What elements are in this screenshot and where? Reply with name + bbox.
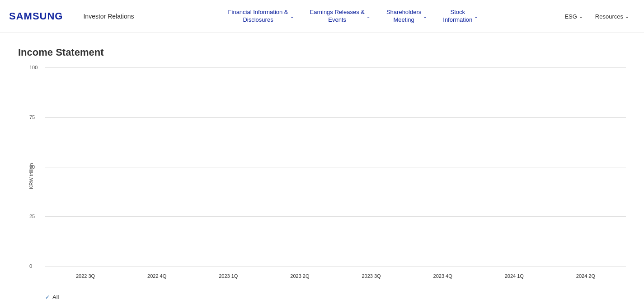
resources-chevron-icon: ⌄ (625, 14, 629, 19)
nav-links: Financial Information &Disclosures ⌄ Ear… (148, 9, 559, 24)
samsung-logo: SAMSUNG (9, 10, 63, 22)
earnings-chevron-icon: ⌄ (367, 14, 370, 19)
stock-label: StockInformation (443, 9, 472, 24)
nav-item-earnings[interactable]: Earnings Releases &Events ⌄ (302, 9, 378, 24)
grid-label-25: 25 (29, 214, 35, 219)
nav-item-esg[interactable]: ESG ⌄ (558, 13, 588, 20)
nav-item-stock[interactable]: StockInformation ⌄ (435, 9, 486, 24)
x-label-7: 2024 2Q (576, 273, 595, 279)
x-label-6: 2024 1Q (505, 273, 524, 279)
financial-chevron-icon: ⌄ (290, 14, 294, 19)
chart-container: KRW trillion 0255075100 2022 3Q2022 4Q20… (18, 67, 626, 285)
page-title: Income Statement (18, 47, 626, 58)
nav-item-shareholders[interactable]: ShareholdersMeeting ⌄ (378, 9, 435, 24)
investor-relations-label: Investor Relations (83, 13, 134, 20)
legend: ✓ All ✓ Revenue ✓ Gross profit ✓ Operati… (18, 294, 626, 300)
nav-item-financial[interactable]: Financial Information &Disclosures ⌄ (220, 9, 302, 24)
shareholders-label: ShareholdersMeeting (386, 9, 421, 24)
x-label-1: 2022 4Q (147, 273, 166, 279)
chart-inner: 0255075100 2022 3Q2022 4Q2023 1Q2023 2Q2… (45, 67, 626, 267)
main-content: Income Statement KRW trillion 0255075100… (0, 33, 644, 300)
x-label-3: 2023 2Q (290, 273, 309, 279)
stock-chevron-icon: ⌄ (474, 14, 478, 19)
x-labels-area: 2022 3Q2022 4Q2023 1Q2023 2Q2023 3Q2023 … (45, 273, 626, 279)
legend-all-row: ✓ All (45, 294, 626, 300)
resources-label: Resources (595, 13, 623, 20)
grid-label-100: 100 (29, 65, 38, 70)
shareholders-chevron-icon: ⌄ (423, 14, 427, 19)
x-label-5: 2023 4Q (433, 273, 452, 279)
grid-label-50: 50 (29, 164, 35, 170)
nav-item-resources[interactable]: Resources ⌄ (589, 13, 635, 20)
bars-area (45, 67, 626, 266)
grid-line-0 (45, 266, 626, 267)
financial-label: Financial Information &Disclosures (228, 9, 288, 24)
logo-area: SAMSUNG Investor Relations (9, 10, 134, 22)
earnings-label: Earnings Releases &Events (310, 9, 365, 24)
x-label-0: 2022 3Q (76, 273, 95, 279)
nav-divider (73, 11, 73, 21)
grid-label-0: 0 (29, 263, 32, 269)
legend-all-label: All (52, 294, 59, 300)
grid-label-75: 75 (29, 114, 35, 120)
all-check-icon: ✓ (45, 294, 50, 300)
esg-label: ESG (564, 13, 577, 20)
x-label-2: 2023 1Q (219, 273, 238, 279)
navigation: SAMSUNG Investor Relations Financial Inf… (0, 0, 644, 33)
esg-chevron-icon: ⌄ (579, 14, 583, 19)
x-label-4: 2023 3Q (362, 273, 381, 279)
